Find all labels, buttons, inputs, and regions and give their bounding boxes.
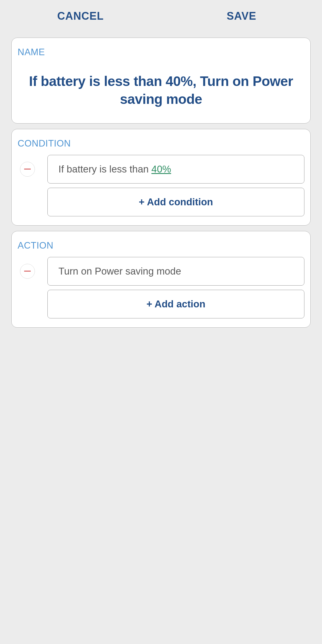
minus-icon: [24, 169, 31, 170]
remove-action-button[interactable]: [20, 264, 35, 279]
condition-section-label: CONDITION: [18, 138, 304, 149]
condition-row: If battery is less than 40%: [18, 155, 304, 184]
spacer: [18, 290, 47, 318]
remove-condition-button[interactable]: [20, 162, 35, 177]
name-section-label: NAME: [18, 47, 304, 58]
spacer: [18, 188, 47, 216]
content-area: NAME If battery is less than 40%, Turn o…: [0, 32, 322, 338]
header-bar: CANCEL SAVE: [0, 0, 322, 32]
action-card: ACTION Turn on Power saving mode + Add a…: [11, 231, 311, 328]
rule-name-value[interactable]: If battery is less than 40%, Turn on Pow…: [18, 64, 304, 111]
add-condition-button[interactable]: + Add condition: [47, 188, 304, 216]
condition-value-link[interactable]: 40%: [151, 164, 171, 175]
add-action-row: + Add action: [18, 290, 304, 318]
condition-prefix-text: If battery is less than: [58, 164, 151, 175]
minus-icon: [24, 271, 31, 272]
condition-card: CONDITION If battery is less than 40% + …: [11, 129, 311, 226]
save-button[interactable]: SAVE: [161, 0, 322, 32]
action-section-label: ACTION: [18, 240, 304, 251]
add-action-button[interactable]: + Add action: [47, 290, 304, 318]
add-condition-row: + Add condition: [18, 188, 304, 216]
action-row: Turn on Power saving mode: [18, 257, 304, 286]
name-card: NAME If battery is less than 40%, Turn o…: [11, 38, 311, 124]
action-text: Turn on Power saving mode: [58, 266, 181, 277]
cancel-button[interactable]: CANCEL: [0, 0, 161, 32]
action-item[interactable]: Turn on Power saving mode: [47, 257, 304, 286]
condition-item[interactable]: If battery is less than 40%: [47, 155, 304, 184]
